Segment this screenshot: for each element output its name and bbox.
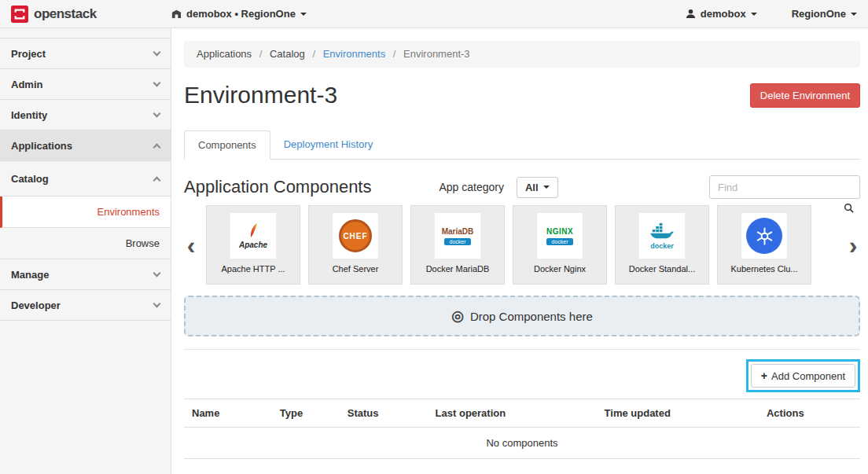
table-header-row: Name Type Status Last operation Time upd… [184,399,860,428]
chef-logo: CHEF [339,219,372,252]
user-icon [686,9,696,19]
sidebar-top-spacer [0,28,171,39]
apache-feather-icon [248,222,259,238]
sidebar-item-label: Identity [11,109,47,121]
docker-badge: docker [546,238,572,245]
main-content: Applications / Catalog / Environments / … [171,28,868,474]
openstack-logo[interactable]: openstack [11,6,171,23]
chevron-up-icon [153,143,161,151]
mariadb-icon: MariaDB docker [435,213,480,259]
add-component-button[interactable]: + Add Component [751,364,855,388]
components-table: Name Type Status Last operation Time upd… [184,399,860,459]
component-card-chef[interactable]: CHEF Chef Server [308,205,403,285]
user-menu[interactable]: demobox [686,8,757,20]
card-label: Kubernetes Clu... [731,264,798,274]
brand-wordmark: openstack [34,6,97,22]
add-component-highlight: + Add Component [746,359,860,392]
sidebar-item-applications[interactable]: Applications [0,130,171,161]
component-card-docker-mariadb[interactable]: MariaDB docker Docker MariaDB [410,205,505,285]
openstack-logo-icon [11,6,28,23]
delete-environment-button[interactable]: Delete Environment [750,83,860,108]
nginx-icon: NGINX docker [537,213,583,259]
table-empty-row: No components [184,428,860,459]
apache-icon: Apache [230,213,276,259]
sidebar-item-manage[interactable]: Manage [0,259,171,290]
chef-icon: CHEF [333,213,378,259]
component-card-docker-standalone[interactable]: docker Docker Standal... [615,205,709,285]
card-label: Apache HTTP ... [221,264,285,274]
top-navbar: openstack demobox • RegionOne demobox Re… [0,0,868,28]
add-component-label: Add Component [771,370,845,382]
chevron-down-icon [153,49,161,57]
find-input[interactable] [709,175,860,199]
empty-message: No components [184,428,860,459]
sidebar-item-developer[interactable]: Developer [0,290,171,321]
chevron-down-icon [153,300,161,308]
app-category-label: App category [439,181,504,193]
app-category-value: All [525,182,539,193]
sidebar-item-label: Admin [11,79,42,90]
dropzone-text: Drop Components here [470,310,593,323]
section-divider [184,349,860,350]
sidebar-item-admin[interactable]: Admin [0,69,171,100]
sidebar-item-browse[interactable]: Browse [0,228,171,259]
sidebar-item-label: Manage [11,269,49,281]
chevron-down-icon [543,186,550,189]
column-header-type: Type [272,399,340,428]
docker-icon: docker [639,213,685,259]
carousel-prev-button[interactable]: ‹ [184,233,198,258]
sidebar-item-label: Browse [126,237,160,249]
component-card-docker-nginx[interactable]: NGINX docker Docker Nginx [513,205,607,285]
tab-deployment-history[interactable]: Deployment History [270,130,386,159]
breadcrumb-link-environments[interactable]: Environments [323,48,385,60]
page-title: Environment-3 [184,82,337,108]
drop-components-zone[interactable]: ◎ Drop Components here [184,296,860,336]
column-header-status: Status [340,399,428,428]
chevron-down-icon [153,110,161,118]
nginx-wordmark: NGINX [546,227,573,236]
search-icon[interactable] [844,202,854,216]
section-heading: Application Components [184,177,371,197]
breadcrumb-item: Applications [197,48,252,60]
sidebar-item-catalog[interactable]: Catalog [0,161,171,197]
sidebar-item-label: Developer [11,299,61,311]
carousel-next-button[interactable]: › [846,233,860,258]
card-label: Docker MariaDB [426,264,490,274]
project-region-switcher[interactable]: demobox • RegionOne [171,8,307,20]
card-label: Docker Nginx [534,264,586,274]
docker-wordmark: docker [650,242,674,250]
kubernetes-icon [741,213,787,259]
component-card-kubernetes[interactable]: Kubernetes Clu... [717,205,811,285]
user-label: demobox [701,8,746,20]
chevron-down-icon [153,79,161,87]
sidebar-item-label: Environments [97,206,160,218]
app-category-dropdown[interactable]: All [517,177,558,198]
context-label: demobox • RegionOne [186,8,296,20]
chevron-down-icon [751,13,757,16]
sidebar-item-environments[interactable]: Environments [0,197,171,228]
chef-wordmark: CHEF [343,232,367,241]
column-header-name: Name [184,399,272,428]
docker-badge: docker [444,238,470,245]
breadcrumb: Applications / Catalog / Environments / … [184,41,860,68]
chevron-down-icon [153,270,161,277]
sidebar-item-identity[interactable]: Identity [0,100,171,130]
sidebar-item-project[interactable]: Project [0,39,171,69]
sidebar-item-label: Project [11,48,46,60]
tab-bar: Components Deployment History [184,130,860,160]
breadcrumb-separator: / [312,48,315,60]
apache-wordmark: Apache [239,241,267,249]
column-header-time-updated: Time updated [597,399,759,428]
mariadb-wordmark: MariaDB [442,227,474,236]
breadcrumb-separator: / [259,48,263,60]
component-card-apache[interactable]: Apache Apache HTTP ... [206,205,300,285]
tab-components[interactable]: Components [184,130,270,160]
plus-icon: + [761,369,767,382]
chevron-down-icon [300,13,307,16]
breadcrumb-item: Catalog [270,48,305,60]
region-menu[interactable]: RegionOne [792,8,857,20]
chevron-up-icon [153,176,161,184]
domain-icon [171,9,182,19]
kubernetes-wheel-icon [746,218,782,254]
components-carousel: ‹ Apache Apache HTTP ... [184,205,860,285]
